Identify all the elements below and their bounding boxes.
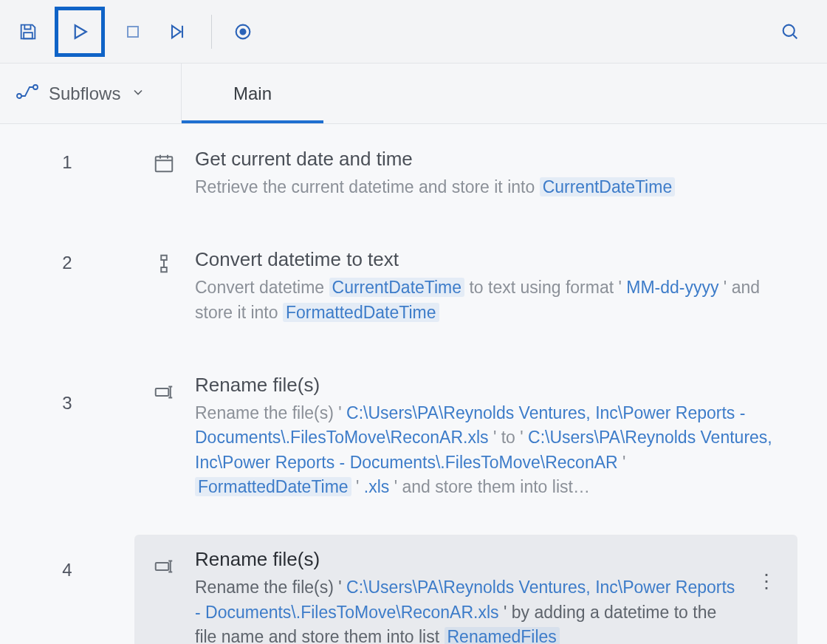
action-title: Convert datetime to text xyxy=(195,248,781,271)
svg-rect-10 xyxy=(156,388,169,396)
svg-rect-0 xyxy=(24,32,32,38)
stop-button[interactable] xyxy=(115,14,151,49)
action-card[interactable]: Get current date and time Retrieve the c… xyxy=(134,134,797,214)
action-card[interactable]: Rename file(s) Rename the file(s) ' C:\U… xyxy=(134,360,797,514)
save-icon xyxy=(18,21,38,42)
chevron-down-icon xyxy=(131,83,145,104)
step-number: 1 xyxy=(0,124,134,173)
flow-designer: 1 Get current date and time Retrieve the… xyxy=(0,124,827,644)
toolbar xyxy=(0,0,827,64)
play-icon xyxy=(69,21,91,43)
literal-token: .xls xyxy=(364,477,390,496)
rename-icon xyxy=(153,381,175,403)
save-button[interactable] xyxy=(10,14,46,49)
variable-token: FormattedDateTime xyxy=(195,477,351,496)
svg-rect-9 xyxy=(161,267,167,272)
svg-point-5 xyxy=(17,94,21,98)
step-number: 4 xyxy=(0,524,134,580)
more-menu[interactable]: ⋮ xyxy=(752,548,781,593)
literal-token: MM-dd-yyyy xyxy=(626,278,718,297)
step-number: 3 xyxy=(0,350,134,414)
stop-icon xyxy=(123,21,143,42)
step-button[interactable] xyxy=(159,14,195,49)
svg-point-6 xyxy=(33,85,38,89)
subflows-icon xyxy=(16,83,38,105)
calendar-icon xyxy=(153,152,175,174)
action-title: Rename file(s) xyxy=(195,374,781,397)
run-button[interactable] xyxy=(55,7,105,57)
tabs-row: Subflows Main xyxy=(0,64,827,124)
flow-step[interactable]: 3 Rename file(s) Rename the file(s) ' C:… xyxy=(0,350,797,524)
search-button[interactable] xyxy=(772,14,808,49)
action-description: Rename the file(s) ' C:\Users\PA\Reynold… xyxy=(195,575,735,644)
flow-step[interactable]: 4 Rename file(s) Rename the file(s) ' C:… xyxy=(0,524,797,644)
svg-rect-1 xyxy=(128,27,138,37)
action-description: Convert datetime CurrentDateTime to text… xyxy=(195,275,781,325)
actions-list: 1 Get current date and time Retrieve the… xyxy=(0,124,827,644)
variable-token: CurrentDateTime xyxy=(329,278,465,297)
flow-step[interactable]: 2 Convert datetime to text Convert datet… xyxy=(0,225,797,350)
svg-rect-7 xyxy=(156,157,173,171)
subflows-dropdown[interactable]: Subflows xyxy=(0,64,182,123)
toolbar-separator xyxy=(211,15,212,49)
convert-icon xyxy=(153,253,175,275)
action-card[interactable]: Convert datetime to text Convert datetim… xyxy=(134,235,797,340)
tab-main-label: Main xyxy=(233,83,272,104)
svg-point-3 xyxy=(241,29,246,34)
tab-main[interactable]: Main xyxy=(182,64,323,123)
rename-icon xyxy=(153,555,175,578)
action-title: Rename file(s) xyxy=(195,548,735,571)
step-number: 2 xyxy=(0,225,134,273)
record-icon xyxy=(233,21,253,42)
action-description: Rename the file(s) ' C:\Users\PA\Reynold… xyxy=(195,401,781,499)
action-card-selected[interactable]: Rename file(s) Rename the file(s) ' C:\U… xyxy=(134,535,797,644)
action-title: Get current date and time xyxy=(195,148,781,171)
svg-rect-11 xyxy=(156,563,169,570)
variable-token: CurrentDateTime xyxy=(540,177,676,196)
flow-step[interactable]: 1 Get current date and time Retrieve the… xyxy=(0,124,797,225)
svg-point-4 xyxy=(783,24,795,35)
action-description: Retrieve the current datetime and store … xyxy=(195,175,781,199)
variable-token: FormattedDateTime xyxy=(283,303,439,322)
step-icon xyxy=(167,21,188,42)
search-icon xyxy=(780,21,800,42)
variable-token: RenamedFiles xyxy=(445,627,560,644)
svg-rect-8 xyxy=(161,256,167,260)
subflows-label: Subflows xyxy=(49,83,120,104)
record-button[interactable] xyxy=(225,14,261,49)
